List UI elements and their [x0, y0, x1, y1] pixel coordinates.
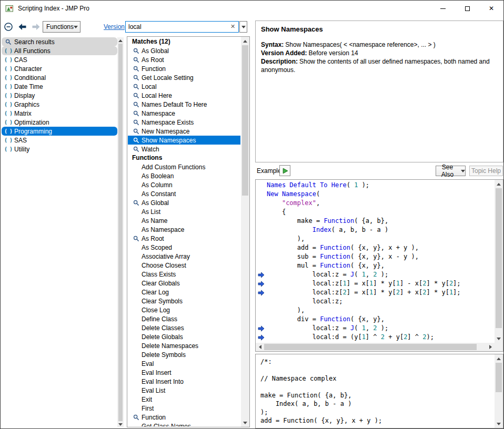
- scroll-up-button[interactable]: [495, 180, 503, 188]
- result-item-define-class[interactable]: Define Class: [128, 314, 240, 323]
- result-item-delete-namespaces[interactable]: Delete Namespaces: [128, 341, 240, 350]
- scroll-down-button[interactable]: [241, 418, 249, 427]
- result-item-as-constant[interactable]: As Constant: [128, 189, 240, 198]
- sidebar-item-conditional[interactable]: ( )Conditional: [2, 73, 117, 82]
- result-item-as-global[interactable]: As Global: [128, 46, 240, 55]
- result-item-local[interactable]: Local: [128, 82, 240, 91]
- scroll-left-button[interactable]: [256, 343, 264, 351]
- scrollbar-thumb[interactable]: [242, 45, 248, 196]
- sidebar-item-programming[interactable]: ( )Programming: [2, 127, 117, 136]
- result-item-as-root[interactable]: As Root: [128, 234, 240, 243]
- result-item-eval-insert-into[interactable]: Eval Insert Into: [128, 377, 240, 386]
- result-item-associative-array[interactable]: Associative Array: [128, 252, 240, 261]
- scrollbar-track[interactable]: [495, 363, 503, 420]
- result-item-as-root[interactable]: As Root: [128, 55, 240, 64]
- sidebar-item-utility[interactable]: ( )Utility: [2, 145, 117, 154]
- result-item-local-here[interactable]: Local Here: [128, 91, 240, 100]
- result-item-new-namespace[interactable]: New Namespace: [128, 127, 240, 136]
- result-item-function[interactable]: Function: [128, 413, 240, 422]
- scroll-down-button[interactable]: [117, 421, 124, 427]
- scroll-right-button[interactable]: [486, 343, 495, 351]
- scroll-down-button[interactable]: [495, 420, 503, 428]
- bookmark-arrow-icon[interactable]: [256, 333, 267, 342]
- result-item-eval-list[interactable]: Eval List: [128, 386, 240, 395]
- scroll-up-button[interactable]: [117, 37, 124, 44]
- sidebar-item-optimization[interactable]: ( )Optimization: [2, 118, 117, 127]
- search-history-dropdown[interactable]: [239, 21, 247, 33]
- result-item-show-namespaces[interactable]: Show Namespaces: [128, 136, 240, 145]
- sidebar-item-all-functions[interactable]: ( )All Functions: [2, 46, 117, 55]
- bookmark-arrow-icon[interactable]: [256, 270, 267, 279]
- scrollbar-thumb[interactable]: [264, 344, 477, 350]
- scrollbar-track[interactable]: [264, 343, 486, 351]
- result-item-delete-symbols[interactable]: Delete Symbols: [128, 350, 240, 359]
- titlebar[interactable]: Scripting Index - JMP Pro ✕: [1, 1, 503, 16]
- result-item-choose-closest[interactable]: Choose Closest: [128, 261, 240, 270]
- code-horizontal-scrollbar[interactable]: [256, 343, 495, 351]
- see-also-dropdown[interactable]: See Also: [436, 166, 466, 176]
- result-item-close-log[interactable]: Close Log: [128, 305, 240, 314]
- close-button[interactable]: ✕: [479, 1, 503, 16]
- result-item-delete-globals[interactable]: Delete Globals: [128, 332, 240, 341]
- log-scrollbar[interactable]: [495, 354, 503, 428]
- result-item-eval-insert[interactable]: Eval Insert: [128, 368, 240, 377]
- bookmark-arrow-icon[interactable]: [256, 279, 267, 288]
- scroll-down-button[interactable]: [495, 334, 503, 343]
- result-item-as-boolean[interactable]: As Boolean: [128, 171, 240, 180]
- scrollbar-track[interactable]: [495, 188, 503, 334]
- result-item-delete-classes[interactable]: Delete Classes: [128, 323, 240, 332]
- result-item-watch[interactable]: Watch: [128, 145, 240, 154]
- sidebar-scrollbar[interactable]: [117, 37, 124, 427]
- result-item-first[interactable]: First: [128, 404, 240, 413]
- result-item-clear-log[interactable]: Clear Log: [128, 288, 240, 297]
- scrollbar-thumb[interactable]: [496, 188, 502, 328]
- clear-search-icon[interactable]: ✕: [230, 23, 235, 30]
- result-item-namespace[interactable]: Namespace: [128, 109, 240, 118]
- bookmark-arrow-icon[interactable]: [256, 288, 267, 297]
- scroll-up-button[interactable]: [495, 354, 503, 363]
- version-link[interactable]: Version: [104, 23, 125, 30]
- bookmark-arrow-icon[interactable]: [256, 324, 267, 333]
- filter-dropdown[interactable]: Functions: [43, 21, 80, 33]
- scrollbar-track[interactable]: [241, 45, 249, 418]
- sidebar-item-matrix[interactable]: ( )Matrix: [2, 109, 117, 118]
- code-editor[interactable]: Names Default To Here( 1 );New Namespace…: [267, 180, 495, 343]
- results-scrollbar[interactable]: [241, 37, 249, 427]
- topic-help-button[interactable]: Topic Help: [469, 166, 503, 176]
- minimize-button[interactable]: [431, 1, 455, 16]
- scroll-up-button[interactable]: [241, 37, 249, 45]
- scrollbar-thumb[interactable]: [118, 44, 123, 421]
- forward-button[interactable]: [30, 21, 42, 33]
- result-item-clear-symbols[interactable]: Clear Symbols: [128, 297, 240, 305]
- scrollbar-thumb[interactable]: [496, 363, 502, 392]
- back-button[interactable]: [16, 21, 28, 33]
- result-item-function[interactable]: Function: [128, 64, 240, 73]
- sidebar-item-character[interactable]: ( )Character: [2, 64, 117, 73]
- result-item-get-class-names[interactable]: Get Class Names: [128, 422, 240, 426]
- sidebar-item-cas[interactable]: ( )CAS: [2, 55, 117, 64]
- collapse-button[interactable]: [3, 21, 14, 33]
- sidebar-item-sas[interactable]: ( )SAS: [2, 136, 117, 145]
- sidebar-item-graphics[interactable]: ( )Graphics: [2, 100, 117, 109]
- sidebar-item-display[interactable]: ( )Display: [2, 91, 117, 100]
- result-item-namespace-exists[interactable]: Namespace Exists: [128, 118, 240, 127]
- result-item-names-default-to-here[interactable]: Names Default To Here: [128, 100, 240, 109]
- result-item-as-column[interactable]: As Column: [128, 180, 240, 189]
- result-item-eval[interactable]: Eval: [128, 359, 240, 368]
- result-item-add-custom-functions[interactable]: Add Custom Functions: [128, 162, 240, 171]
- result-item-as-scoped[interactable]: As Scoped: [128, 243, 240, 252]
- result-item-as-global[interactable]: As Global: [128, 198, 240, 207]
- result-item-as-name[interactable]: As Name: [128, 216, 240, 225]
- result-item-class-exists[interactable]: Class Exists: [128, 270, 240, 279]
- search-input[interactable]: [125, 21, 239, 33]
- result-item-clear-globals[interactable]: Clear Globals: [128, 279, 240, 288]
- result-item-as-namespace[interactable]: As Namespace: [128, 225, 240, 234]
- result-item-get-locale-setting[interactable]: Get Locale Setting: [128, 73, 240, 82]
- log-output[interactable]: /*: // Namespace complex make = Function…: [260, 358, 494, 428]
- sidebar-item-search-results[interactable]: Search results: [2, 37, 117, 46]
- result-item-exit[interactable]: Exit: [128, 395, 240, 404]
- maximize-button[interactable]: [455, 1, 479, 16]
- code-vertical-scrollbar[interactable]: [495, 180, 503, 343]
- run-example-button[interactable]: [279, 165, 290, 176]
- scrollbar-track[interactable]: [117, 44, 124, 421]
